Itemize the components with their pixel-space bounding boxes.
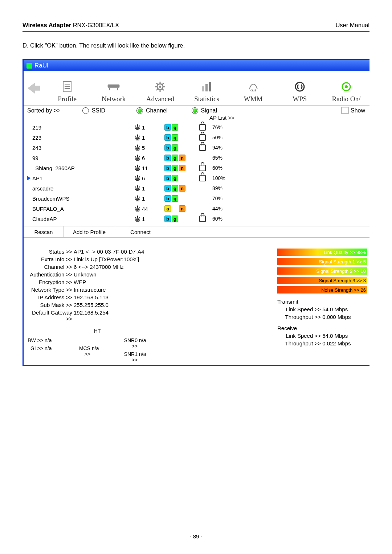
sort-signal[interactable]: Signal — [192, 107, 217, 114]
ap-signal-bar — [233, 124, 369, 131]
status-row: Sub Mask >>255.255.255.0 — [26, 302, 277, 308]
ap-row[interactable]: AP16bg100% — [25, 173, 369, 183]
status-row: Authentication >>Unknown — [26, 271, 277, 278]
ap-channel: 11 — [134, 164, 164, 172]
mode-g-icon: g — [172, 195, 178, 202]
ap-percent: 65% — [212, 155, 233, 161]
sort-ssid[interactable]: SSID — [82, 107, 105, 114]
mode-g-icon: g — [172, 185, 178, 192]
svg-rect-11 — [209, 82, 211, 91]
ap-row[interactable]: 2191bg76% — [25, 122, 369, 132]
add-profile-button[interactable]: Add to Profile — [64, 226, 115, 237]
ap-row[interactable]: BroadcomWPS1bg70% — [25, 193, 369, 204]
mode-b-icon: b — [164, 195, 171, 202]
tab-radio[interactable]: Radio On/ — [323, 71, 369, 105]
lock-icon — [199, 134, 206, 141]
lock-icon — [199, 165, 206, 171]
ap-row[interactable]: BUFFALO_A44an44% — [25, 204, 369, 214]
status-key: IP Address >> — [26, 294, 74, 300]
ap-row[interactable]: 2231bg50% — [25, 132, 369, 143]
ap-list[interactable]: 2191bg76%2231bg50%2435bg94%996bgn65%_Shi… — [24, 122, 369, 224]
app-logo-icon — [26, 63, 32, 69]
ap-ssid: 223 — [32, 135, 134, 141]
tab-wmm[interactable]: QoSWMM — [230, 71, 277, 105]
ap-row[interactable]: 2435bg94% — [25, 143, 369, 153]
back-arrow-icon — [28, 82, 40, 94]
mode-g-icon: g — [172, 144, 178, 151]
snr1-label: SNR1 >> — [120, 351, 139, 363]
step-text: D. Click "OK" button. The result will lo… — [23, 42, 369, 49]
status-row: IP Address >>192.168.5.113 — [26, 294, 277, 300]
bw-label: BW >> — [26, 337, 45, 343]
ap-modes: an — [164, 205, 199, 212]
ap-row[interactable]: ClaudeAP1bg60% — [25, 214, 369, 224]
ap-row[interactable]: 996bgn65% — [25, 153, 369, 163]
svg-point-15 — [345, 85, 348, 88]
antenna-icon — [134, 215, 141, 222]
tab-advanced-label: Advanced — [146, 95, 174, 103]
mode-g-icon: g — [172, 155, 178, 161]
ap-row[interactable]: arscadre1bgn89% — [25, 183, 369, 193]
mode-g-icon: g — [172, 134, 178, 141]
header-rule — [23, 31, 369, 32]
ap-modes: bg — [164, 124, 199, 131]
ap-ssid: arscadre — [32, 185, 134, 192]
lock-icon — [199, 144, 206, 151]
mode-n-icon: n — [179, 205, 185, 212]
ap-channel: 6 — [134, 154, 164, 161]
mode-b-icon: b — [164, 216, 171, 222]
mode-g-icon: g — [172, 165, 178, 171]
status-key: Status >> — [26, 249, 74, 255]
transmit-title: Transmit — [277, 299, 367, 305]
tab-network[interactable]: Network — [90, 71, 137, 105]
tab-advanced[interactable]: Advanced — [137, 71, 183, 105]
noise-strength-bar: Noise Strength >> 26 — [277, 286, 367, 294]
ap-percent: 100% — [212, 175, 233, 181]
selected-indicator-icon — [27, 176, 30, 181]
rescan-button[interactable]: Rescan — [24, 226, 64, 237]
tx-thru-value: 0.000 Mbps — [322, 314, 351, 320]
tx-thru-label: Throughput >> — [284, 314, 321, 320]
mode-b-icon: b — [164, 175, 171, 181]
mode-g-icon: g — [172, 124, 178, 131]
ap-signal-bar — [233, 216, 369, 222]
radio-selected-icon — [136, 107, 143, 114]
wps-icon — [293, 80, 307, 94]
ap-ssid: 99 — [32, 155, 134, 161]
tab-statistics[interactable]: Statistics — [183, 71, 230, 105]
ap-modes: bg — [164, 134, 199, 141]
sort-channel[interactable]: Channel — [136, 107, 168, 114]
status-key: Sub Mask >> — [26, 302, 74, 308]
ap-ssid: ClaudeAP — [32, 216, 134, 222]
profile-icon — [60, 80, 74, 94]
status-value: Link is Up [TxPower:100%] — [74, 256, 139, 262]
mcs-label: MCS >> — [73, 345, 92, 357]
tab-wps[interactable]: WPS — [277, 71, 323, 105]
mode-b-icon: b — [164, 165, 171, 171]
ap-channel: 44 — [134, 205, 164, 212]
ap-signal-bar — [233, 145, 369, 151]
status-value: 192.168.5.254 — [74, 309, 109, 322]
antenna-icon — [134, 185, 141, 192]
back-button[interactable] — [24, 71, 44, 105]
antenna-icon — [134, 175, 141, 182]
connect-button[interactable]: Connect — [115, 226, 166, 237]
status-panel: Status >>AP1 <--> 00-03-7F-00-D7-A4Extra… — [24, 238, 369, 365]
ap-ssid: 219 — [32, 124, 134, 131]
ap-row[interactable]: _Shiang_2860AP11bgn60% — [25, 163, 369, 173]
status-row: Encryption >>WEP — [26, 279, 277, 285]
ap-modes: bgn — [164, 155, 199, 161]
ap-percent: 70% — [212, 196, 233, 201]
ap-percent: 50% — [212, 135, 233, 140]
ap-signal-bar — [233, 135, 369, 141]
mode-g-icon: g — [172, 216, 178, 222]
show-toggle[interactable]: Show — [342, 107, 365, 114]
status-key: Encryption >> — [26, 279, 74, 285]
status-value: Unknown — [74, 271, 97, 278]
page-number: - 89 - — [0, 533, 392, 539]
ap-list-label: AP List >> — [206, 115, 238, 121]
rx-thru-label: Throughput >> — [284, 340, 321, 346]
status-key: Network Type >> — [26, 287, 74, 293]
tab-profile[interactable]: Profile — [44, 71, 90, 105]
antenna-icon — [134, 144, 141, 151]
